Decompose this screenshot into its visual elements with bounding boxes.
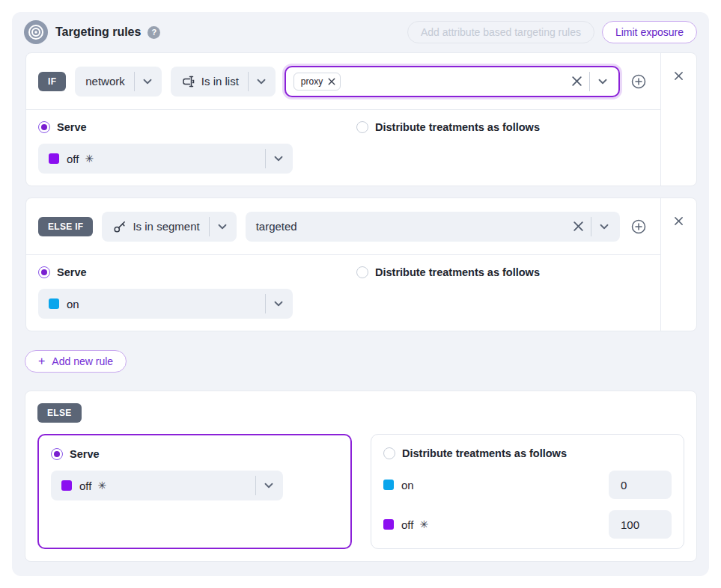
- divider: [255, 476, 256, 495]
- treatment-percentage-input[interactable]: 0: [609, 471, 672, 499]
- treatment-name: off: [79, 480, 91, 492]
- default-treatment-icon: ✳: [97, 480, 106, 491]
- serve-options-row: Serve Distribute treatments as follows: [38, 266, 648, 278]
- value-chip-label: proxy: [301, 76, 323, 87]
- divider: [265, 149, 266, 168]
- serve-options-row: Serve Distribute treatments as follows: [38, 121, 648, 133]
- chevron-down-icon: [255, 75, 268, 88]
- rule-main: IF network: [26, 53, 660, 186]
- header: Targeting rules ? Add attribute based ta…: [12, 12, 709, 52]
- clear-values-icon[interactable]: [569, 73, 585, 89]
- treatment-select[interactable]: on: [38, 289, 293, 319]
- distribute-row: on 0: [383, 471, 672, 499]
- treatment-color-swatch: [61, 480, 72, 491]
- chevron-down-icon: [262, 479, 276, 492]
- treatment-color-swatch: [383, 480, 394, 490]
- page-title: Targeting rules: [55, 25, 141, 39]
- chevron-down-icon: [272, 297, 285, 310]
- treatment-name: on: [67, 298, 79, 310]
- attribute-select[interactable]: network: [75, 67, 162, 97]
- distribute-radio-option[interactable]: Distribute treatments as follows: [356, 121, 540, 133]
- serve-area: Serve Distribute treatments as follows o…: [26, 110, 660, 186]
- add-rule-row: + Add new rule: [25, 350, 697, 373]
- chevron-down-icon: [141, 75, 154, 88]
- radio-selected[interactable]: [51, 448, 63, 460]
- delete-rule-icon[interactable]: [672, 70, 685, 82]
- clear-segment-icon[interactable]: [571, 218, 586, 234]
- matcher-select-label: Is in segment: [133, 220, 199, 233]
- serve-radio-option[interactable]: Serve: [38, 266, 356, 278]
- plus-icon: +: [38, 355, 45, 367]
- add-attribute-rules-button[interactable]: Add attribute based targeting rules: [407, 21, 594, 43]
- treatment-color-swatch: [49, 298, 59, 309]
- chevron-down-icon: [272, 152, 285, 165]
- value-chip: proxy: [293, 73, 341, 91]
- add-new-rule-button[interactable]: + Add new rule: [25, 350, 127, 373]
- distribute-label: Distribute treatments as follows: [402, 447, 567, 459]
- values-chevron-down-icon[interactable]: [594, 73, 611, 90]
- default-treatment-icon: ✳: [419, 518, 428, 530]
- else-badge: ELSE: [37, 403, 82, 423]
- treatment-select[interactable]: off ✳: [38, 144, 293, 174]
- condition-row: ELSE IF Is in segment: [26, 198, 660, 255]
- chevron-down-icon: [216, 220, 229, 233]
- segment-chevron-down-icon[interactable]: [596, 218, 612, 235]
- delete-rule-icon[interactable]: [672, 215, 685, 227]
- string-matcher-icon: [181, 74, 196, 89]
- divider: [209, 217, 210, 236]
- radio-unselected[interactable]: [356, 121, 368, 133]
- default-treatment-icon: ✳: [85, 153, 94, 165]
- serve-label: Serve: [70, 448, 100, 460]
- segment-key-icon: [112, 219, 127, 234]
- matcher-select-label: Is in list: [201, 75, 239, 88]
- distribute-radio-option[interactable]: Distribute treatments as follows: [383, 447, 567, 459]
- add-new-rule-label: Add new rule: [52, 355, 113, 367]
- treatment-name: off: [67, 153, 79, 165]
- distribute-row: off ✳ 100: [383, 510, 672, 539]
- divider: [591, 217, 591, 236]
- serve-label: Serve: [57, 121, 87, 133]
- add-condition-icon[interactable]: [629, 72, 648, 91]
- radio-unselected[interactable]: [383, 447, 395, 459]
- target-icon: [24, 20, 48, 44]
- radio-selected[interactable]: [38, 121, 50, 133]
- condition-row: IF network: [26, 53, 660, 110]
- rule-main: ELSE IF Is in segment: [26, 198, 660, 331]
- rule-card-else-if: ELSE IF Is in segment: [25, 197, 697, 331]
- divider: [248, 72, 249, 91]
- serve-label: Serve: [57, 266, 87, 278]
- add-condition-icon[interactable]: [629, 217, 648, 236]
- limit-exposure-button[interactable]: Limit exposure: [602, 21, 697, 43]
- distribute-radio-option[interactable]: Distribute treatments as follows: [356, 266, 540, 278]
- else-if-badge: ELSE IF: [38, 217, 93, 236]
- distribute-label: Distribute treatments as follows: [375, 121, 540, 133]
- rule-close-column: [660, 198, 696, 331]
- help-icon[interactable]: ?: [147, 26, 160, 39]
- if-badge: IF: [38, 72, 66, 91]
- serve-radio-option[interactable]: Serve: [51, 448, 100, 460]
- chip-remove-icon[interactable]: [328, 78, 335, 85]
- matcher-select[interactable]: Is in segment: [102, 212, 236, 242]
- divider: [589, 72, 590, 91]
- treatment-select[interactable]: off ✳: [51, 471, 283, 500]
- targeting-rules-panel: Targeting rules ? Add attribute based ta…: [12, 12, 709, 576]
- divider: [265, 294, 266, 313]
- matcher-select[interactable]: Is in list: [171, 67, 276, 97]
- serve-radio-option[interactable]: Serve: [38, 121, 356, 133]
- attribute-select-label: network: [85, 75, 125, 88]
- rule-card-if: IF network: [25, 52, 697, 186]
- segment-select-input[interactable]: targeted: [246, 212, 620, 242]
- serve-area: Serve Distribute treatments as follows o…: [26, 255, 660, 331]
- radio-selected[interactable]: [38, 266, 50, 278]
- else-panels: Serve off ✳ Distribute treatments as fol: [37, 434, 684, 549]
- else-distribute-panel[interactable]: Distribute treatments as follows on 0 of…: [371, 434, 684, 549]
- treatment-percentage-input[interactable]: 100: [609, 510, 672, 539]
- radio-unselected[interactable]: [356, 266, 368, 278]
- else-serve-panel[interactable]: Serve off ✳: [37, 434, 352, 549]
- treatment-color-swatch: [383, 519, 394, 530]
- values-multiselect-input[interactable]: proxy: [285, 66, 620, 97]
- else-card: ELSE Serve off ✳: [25, 391, 697, 562]
- distribute-label: Distribute treatments as follows: [375, 266, 540, 278]
- segment-value: targeted: [256, 220, 297, 233]
- rule-close-column: [660, 53, 696, 186]
